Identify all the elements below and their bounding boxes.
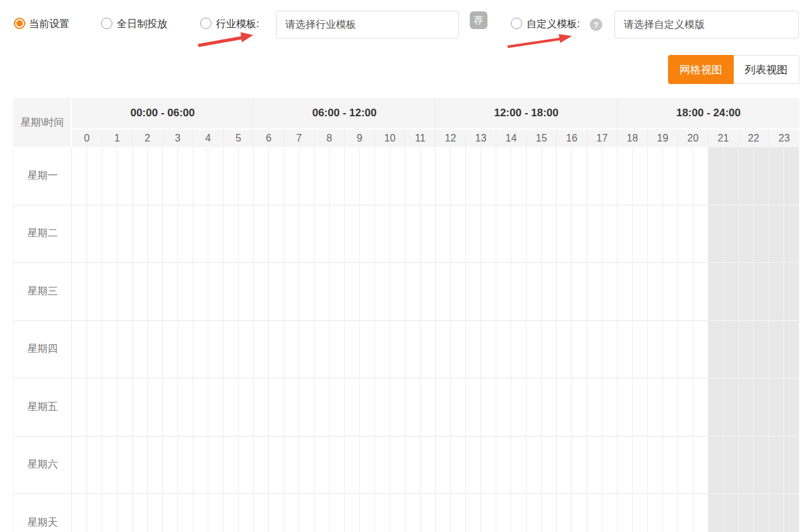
schedule-cell[interactable] [254,263,269,321]
schedule-cell[interactable] [618,321,633,379]
schedule-cell[interactable] [436,494,451,532]
schedule-cell[interactable] [784,437,799,495]
schedule-cell[interactable] [345,263,360,321]
schedule-cell[interactable] [405,378,421,437]
schedule-cell[interactable] [299,205,314,263]
schedule-cell[interactable] [254,437,269,495]
schedule-cell[interactable] [72,378,87,437]
schedule-cell[interactable] [314,437,330,495]
schedule-cell[interactable] [527,205,542,263]
schedule-cell[interactable] [208,494,224,532]
schedule-cell[interactable] [693,263,708,321]
schedule-cell[interactable] [193,263,208,321]
schedule-cell[interactable] [178,437,193,495]
schedule-cell[interactable] [178,205,193,263]
schedule-cell[interactable] [193,494,208,532]
schedule-cell[interactable] [375,378,390,437]
schedule-cell[interactable] [269,321,284,379]
schedule-cell[interactable] [178,378,193,437]
schedule-cell[interactable] [663,321,678,379]
schedule-cell[interactable] [784,378,799,437]
schedule-cell[interactable] [330,321,345,379]
schedule-cell[interactable] [511,378,527,437]
schedule-cell[interactable] [557,437,572,495]
schedule-cell[interactable] [163,494,178,532]
schedule-cell[interactable] [663,437,678,495]
radio-current-settings[interactable] [14,18,25,29]
schedule-cell[interactable] [178,147,193,205]
schedule-cell[interactable] [436,263,451,321]
schedule-cell[interactable] [527,321,542,379]
schedule-cell[interactable] [269,378,284,437]
schedule-cell[interactable] [87,378,102,437]
schedule-cell[interactable] [724,147,739,205]
schedule-cell[interactable] [314,205,330,263]
schedule-cell[interactable] [436,147,451,205]
schedule-cell[interactable] [496,263,511,321]
schedule-cell[interactable] [421,147,436,205]
schedule-cell[interactable] [299,494,314,532]
custom-template-select[interactable] [614,11,799,39]
schedule-cell[interactable] [572,147,587,205]
schedule-cell[interactable] [451,205,466,263]
schedule-cell[interactable] [784,263,799,321]
schedule-cell[interactable] [663,494,678,532]
schedule-cell[interactable] [148,494,163,532]
schedule-cell[interactable] [708,378,724,437]
schedule-cell[interactable] [451,378,466,437]
schedule-cell[interactable] [436,378,451,437]
schedule-cell[interactable] [284,321,299,379]
schedule-cell[interactable] [693,205,708,263]
schedule-cell[interactable] [693,494,708,532]
schedule-cell[interactable] [178,263,193,321]
schedule-cell[interactable] [648,494,663,532]
schedule-cell[interactable] [148,205,163,263]
schedule-cell[interactable] [375,147,390,205]
schedule-cell[interactable] [557,205,572,263]
schedule-cell[interactable] [527,378,542,437]
schedule-cell[interactable] [330,205,345,263]
schedule-cell[interactable] [633,205,648,263]
schedule-cell[interactable] [133,494,148,532]
radio-current-settings-label[interactable]: 当前设置 [29,18,69,30]
schedule-cell[interactable] [405,205,421,263]
schedule-cell[interactable] [117,378,133,437]
schedule-cell[interactable] [224,263,239,321]
schedule-cell[interactable] [754,205,769,263]
schedule-cell[interactable] [239,263,254,321]
schedule-cell[interactable] [481,205,496,263]
schedule-cell[interactable] [405,321,421,379]
schedule-cell[interactable] [784,205,799,263]
schedule-cell[interactable] [102,321,117,379]
schedule-cell[interactable] [754,147,769,205]
schedule-cell[interactable] [754,494,769,532]
schedule-cell[interactable] [133,437,148,495]
schedule-cell[interactable] [466,263,481,321]
schedule-cell[interactable] [663,378,678,437]
schedule-cell[interactable] [224,437,239,495]
schedule-cell[interactable] [117,263,133,321]
schedule-cell[interactable] [224,205,239,263]
schedule-cell[interactable] [587,205,602,263]
schedule-cell[interactable] [481,494,496,532]
schedule-cell[interactable] [102,494,117,532]
schedule-cell[interactable] [375,205,390,263]
schedule-cell[interactable] [133,321,148,379]
schedule-cell[interactable] [405,494,421,532]
schedule-cell[interactable] [527,437,542,495]
schedule-cell[interactable] [375,321,390,379]
schedule-cell[interactable] [587,263,602,321]
schedule-cell[interactable] [330,147,345,205]
schedule-cell[interactable] [618,205,633,263]
industry-template-select[interactable] [276,11,459,39]
schedule-cell[interactable] [572,205,587,263]
schedule-cell[interactable] [117,321,133,379]
schedule-cell[interactable] [102,263,117,321]
schedule-cell[interactable] [466,378,481,437]
schedule-cell[interactable] [481,437,496,495]
schedule-cell[interactable] [648,205,663,263]
schedule-cell[interactable] [390,147,405,205]
schedule-cell[interactable] [345,321,360,379]
schedule-cell[interactable] [587,147,602,205]
schedule-cell[interactable] [345,378,360,437]
